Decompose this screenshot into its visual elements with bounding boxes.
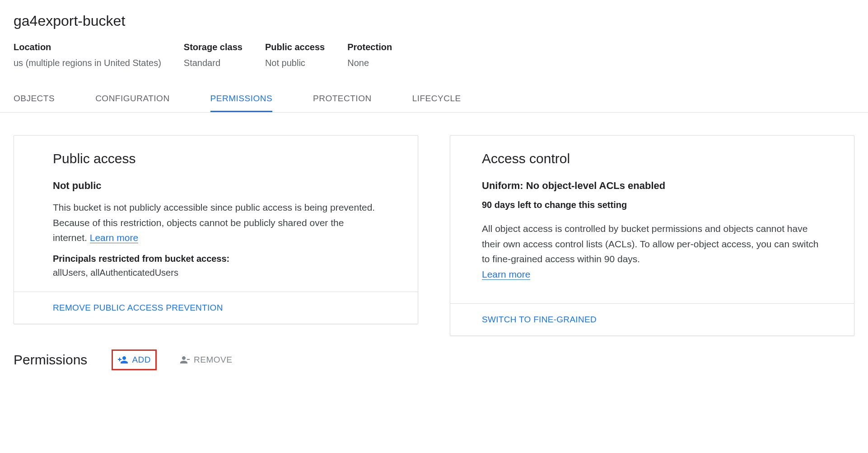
meta-protection: Protection None	[347, 42, 392, 68]
access-control-title: Access control	[482, 151, 822, 166]
tab-lifecycle[interactable]: LIFECYCLE	[412, 86, 461, 112]
meta-public-access: Public access Not public	[265, 42, 325, 68]
meta-location-value: us (multiple regions in United States)	[14, 58, 161, 68]
access-control-description-text: All object access is controlled by bucke…	[482, 223, 818, 264]
bucket-title: ga4export-bucket	[14, 13, 854, 29]
restricted-principals-label: Principals restricted from bucket access…	[53, 254, 379, 264]
public-access-description: This bucket is not publicly accessible s…	[53, 200, 379, 245]
add-permission-label: ADD	[132, 355, 151, 365]
tab-objects[interactable]: OBJECTS	[14, 86, 55, 112]
tab-configuration[interactable]: CONFIGURATION	[95, 86, 169, 112]
public-access-learn-more-link[interactable]: Learn more	[90, 232, 138, 243]
public-access-title: Public access	[53, 151, 379, 166]
meta-storage-class-value: Standard	[184, 58, 243, 68]
access-control-days-left: 90 days left to change this setting	[482, 200, 822, 210]
meta-location-label: Location	[14, 42, 161, 52]
meta-storage-class: Storage class Standard	[184, 42, 243, 68]
meta-protection-value: None	[347, 58, 392, 68]
meta-public-access-label: Public access	[265, 42, 325, 52]
access-control-description: All object access is controlled by bucke…	[482, 221, 822, 282]
meta-storage-class-label: Storage class	[184, 42, 243, 52]
restricted-principals-value: allUsers, allAuthenticatedUsers	[53, 268, 379, 278]
remove-permission-label: REMOVE	[194, 355, 232, 365]
switch-to-fine-grained-button[interactable]: SWITCH TO FINE-GRAINED	[482, 315, 597, 324]
access-control-learn-more-link[interactable]: Learn more	[482, 269, 530, 280]
person-add-icon	[117, 354, 128, 365]
meta-public-access-value: Not public	[265, 58, 325, 68]
tabs: OBJECTS CONFIGURATION PERMISSIONS PROTEC…	[0, 86, 868, 113]
access-control-card: Access control Uniform: No object-level …	[450, 135, 854, 336]
permissions-title: Permissions	[14, 352, 87, 368]
tab-permissions[interactable]: PERMISSIONS	[210, 86, 272, 112]
public-access-status: Not public	[53, 180, 379, 192]
meta-location: Location us (multiple regions in United …	[14, 42, 161, 68]
access-control-subtitle: Uniform: No object-level ACLs enabled	[482, 180, 822, 192]
add-permission-button[interactable]: ADD	[112, 349, 157, 370]
tab-protection[interactable]: PROTECTION	[313, 86, 372, 112]
meta-protection-label: Protection	[347, 42, 392, 52]
bucket-meta-row: Location us (multiple regions in United …	[14, 42, 854, 68]
public-access-card: Public access Not public This bucket is …	[14, 135, 418, 324]
remove-permission-button[interactable]: REMOVE	[175, 351, 237, 369]
person-remove-icon	[179, 354, 190, 365]
remove-public-access-prevention-button[interactable]: REMOVE PUBLIC ACCESS PREVENTION	[53, 303, 223, 312]
